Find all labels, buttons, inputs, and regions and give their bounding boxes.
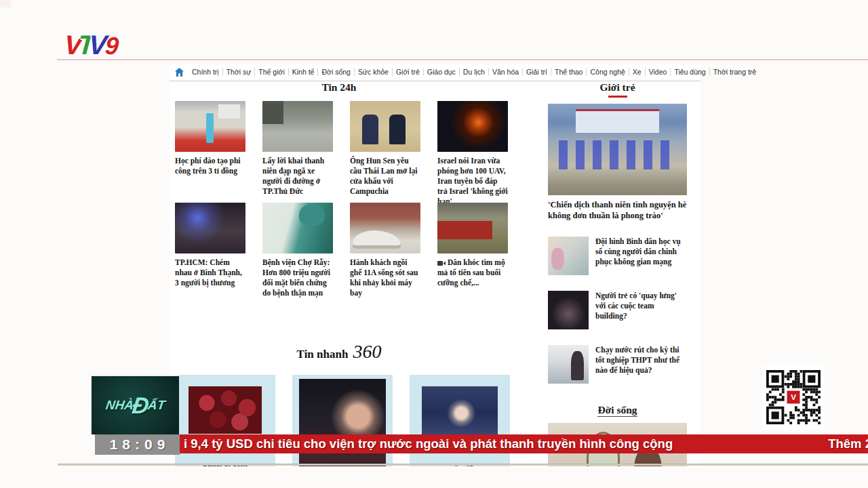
news-thumbnail[interactable]	[437, 101, 508, 152]
program-logo-nha-dat: NHÀĐẤT	[90, 375, 179, 434]
nav-item-chinh-tri[interactable]: Chính trị	[189, 68, 222, 76]
news-item[interactable]: Israel nói Iran vừa phóng hơn 100 UAV, I…	[437, 101, 508, 188]
nav-item-thoi-trang-tre[interactable]: Thời trang trẻ	[709, 68, 760, 76]
news-title[interactable]: Hành khách ngồi ghế 11A sống sót sau khi…	[350, 258, 420, 298]
nav-item-giao-duc[interactable]: Giáo dục	[423, 68, 459, 76]
news-item[interactable]: Học phí đào tạo phi công trên 3 tỉ đồng	[175, 101, 245, 188]
program-logo-text: ẤT	[146, 398, 165, 413]
news-title[interactable]: Ông Hun Sen yêu cầu Thái Lan mở lại cửa …	[350, 156, 420, 197]
news-thumbnail[interactable]	[548, 345, 589, 384]
news-item[interactable]: Lấy lời khai thanh niên đạp ngã xe người…	[262, 101, 333, 188]
nav-item-xe[interactable]: Xe	[629, 68, 645, 76]
video-icon	[437, 260, 446, 266]
ticker-text: i 9,4 tỷ USD chi tiêu cho viện trợ nước …	[184, 436, 673, 451]
ticker-more-label: Thêm 2	[828, 436, 868, 451]
site-navbar: Chính trị Thời sự Thế giới Kinh tế Đời s…	[175, 64, 700, 79]
news-item[interactable]: TP.HCM: Chém nhau ở Bình Thạnh, 3 người …	[175, 203, 245, 289]
section-heading-tin-nhanh-360[interactable]: Tin nhanh360	[170, 341, 509, 363]
sidebar-column: Giới trẻ 'Chiến dịch thanh niên tình ngu…	[548, 81, 687, 488]
main-column: Tin 24h Học phí đào tạo phi công trên 3 …	[170, 81, 509, 289]
logo-letter: 9	[104, 32, 116, 60]
nav-item-suc-khoe[interactable]: Sức khỏe	[354, 68, 392, 76]
nav-item-doi-song[interactable]: Đời sống	[317, 68, 354, 76]
news-thumbnail[interactable]	[437, 203, 508, 253]
feature-title[interactable]: 'Chiến dịch thanh niên tình nguyện hè kh…	[548, 200, 687, 221]
tin-nhanh-label: Tin nhanh	[297, 348, 349, 361]
news-title[interactable]: Israel nói Iran vừa phóng hơn 100 UAV, I…	[437, 156, 508, 207]
news-title[interactable]: Đội hình Bình dân học vụ số cùng người d…	[595, 237, 687, 275]
frame-bottom-mask	[0, 466, 868, 488]
news-item[interactable]: Hành khách ngồi ghế 11A sống sót sau khi…	[350, 203, 420, 289]
news-thumbnail[interactable]	[175, 101, 245, 152]
news-thumbnail[interactable]	[548, 237, 589, 275]
qr-code-graphic: V	[766, 370, 821, 424]
nav-menu: Chính trị Thời sự Thế giới Kinh tế Đời s…	[189, 68, 760, 76]
news-title[interactable]: Bệnh viện Chợ Rẫy: Hơn 800 triệu người đ…	[262, 258, 333, 298]
frame-pink-line	[57, 59, 868, 60]
nav-item-kinh-te[interactable]: Kinh tế	[288, 68, 318, 76]
tin-nhanh-360-badge: 360	[353, 341, 381, 362]
frame-bottom-line	[58, 464, 868, 466]
frame-corner-decoration	[0, 0, 11, 7]
news-thumbnail[interactable]	[350, 101, 420, 152]
nav-item-cong-nghe[interactable]: Công nghệ	[586, 68, 628, 76]
nav-item-the-gioi[interactable]: Thế giới	[254, 68, 288, 76]
feature-thumbnail-volunteers[interactable]	[548, 104, 687, 195]
section-heading-doi-song[interactable]: Đời sống	[548, 404, 687, 416]
svg-text:V: V	[791, 393, 796, 401]
news-thumbnail[interactable]	[175, 203, 245, 253]
heading-accent-dash	[608, 96, 627, 98]
nav-item-gioi-tre[interactable]: Giới trẻ	[392, 68, 423, 76]
tin24h-grid: Học phí đào tạo phi công trên 3 tỉ đồng …	[175, 101, 509, 289]
news-item[interactable]: Bệnh viện Chợ Rẫy: Hơn 800 triệu người đ…	[262, 203, 333, 289]
sidebar-news-item[interactable]: Chạy nước rút cho kỳ thi tốt nghiệp THPT…	[548, 345, 687, 384]
nav-item-tieu-dung[interactable]: Tiêu dùng	[670, 68, 709, 76]
nav-item-van-hoa[interactable]: Văn hóa	[488, 68, 522, 76]
news-webpage: Chính trị Thời sự Thế giới Kinh tế Đời s…	[170, 64, 700, 471]
news-thumbnail[interactable]	[548, 291, 589, 329]
home-icon[interactable]	[175, 68, 184, 77]
card-thumbnail-singer[interactable]	[422, 386, 498, 435]
nav-item-the-thao[interactable]: Thể thao	[551, 68, 586, 76]
news-thumbnail[interactable]	[350, 203, 420, 253]
tv-screen: VTV9 Chính trị Thời sự Thế giới Kinh tế …	[0, 0, 868, 488]
qr-code: V	[762, 365, 825, 430]
section-heading-tin24h[interactable]: Tin 24h	[170, 81, 509, 94]
logo-letter: V	[88, 30, 105, 60]
news-title[interactable]: Lấy lời khai thanh niên đạp ngã xe người…	[262, 156, 333, 197]
program-logo-text: NHÀ	[104, 398, 134, 413]
sidebar-news-item[interactable]: Đội hình Bình dân học vụ số cùng người d…	[548, 237, 687, 275]
nav-item-thoi-su[interactable]: Thời sự	[222, 68, 255, 76]
nav-item-giai-tri[interactable]: Giải trí	[522, 68, 551, 76]
news-item[interactable]: Ông Hun Sen yêu cầu Thái Lan mở lại cửa …	[350, 101, 420, 188]
news-ticker: i 9,4 tỷ USD chi tiêu cho viện trợ nước …	[180, 434, 868, 453]
nav-item-du-lich[interactable]: Du lịch	[459, 68, 488, 76]
news-thumbnail[interactable]	[262, 101, 333, 152]
card-thumbnail-cherries[interactable]	[189, 386, 262, 434]
section-heading-gioi-tre[interactable]: Giới trẻ	[548, 81, 687, 94]
news-title[interactable]: Dân khóc tìm mộ mả tổ tiên sau buổi cưỡn…	[437, 258, 508, 288]
vtv9-channel-logo: VTV9	[64, 30, 115, 60]
news-title[interactable]: Chạy nước rút cho kỳ thi tốt nghiệp THPT…	[595, 345, 687, 384]
news-title[interactable]: Người trẻ có 'quay lưng' với các cuộc te…	[595, 291, 687, 329]
news-thumbnail[interactable]	[262, 203, 333, 253]
broadcast-clock: 18:09	[95, 434, 180, 455]
sidebar-news-item[interactable]: Người trẻ có 'quay lưng' với các cuộc te…	[548, 291, 687, 329]
news-title[interactable]: TP.HCM: Chém nhau ở Bình Thạnh, 3 người …	[175, 258, 245, 288]
nav-item-video[interactable]: Video	[645, 68, 671, 76]
news-title[interactable]: Học phí đào tạo phi công trên 3 tỉ đồng	[175, 156, 245, 176]
news-item[interactable]: Dân khóc tìm mộ mả tổ tiên sau buổi cưỡn…	[437, 203, 508, 289]
